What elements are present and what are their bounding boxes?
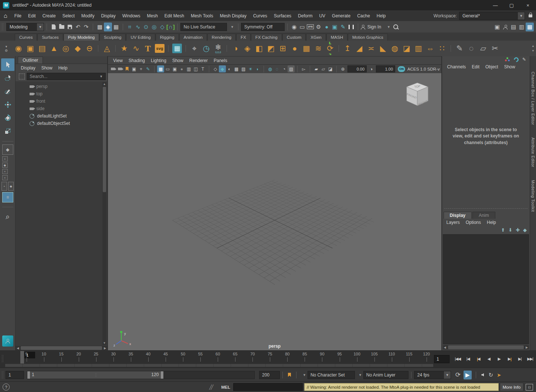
home-icon[interactable]: ⌂	[4, 13, 7, 19]
side-tab-attribute-editor[interactable]: Attribute Editor	[531, 137, 535, 167]
rgb-channels-icon[interactable]	[505, 57, 510, 62]
exposure-field[interactable]: 0.00	[347, 65, 367, 72]
range-start-handle[interactable]	[27, 371, 30, 379]
channel-box-menu-channels[interactable]: Channels	[444, 64, 469, 69]
shelf-tab-curves[interactable]: Curves	[15, 34, 37, 41]
spin-edge-icon[interactable]: ⟳	[324, 42, 336, 55]
grid-icon[interactable]: ▦	[157, 65, 164, 72]
quad-draw-icon[interactable]: ▱	[477, 42, 489, 55]
snap-to-curve-icon[interactable]: ∿	[134, 23, 142, 31]
animation-start-field[interactable]: 1	[6, 371, 24, 379]
chevron-down-icon[interactable]: ▼	[99, 75, 103, 78]
step-forward-frame-button[interactable]: ▶|	[515, 354, 525, 364]
speaker-icon[interactable]	[479, 371, 487, 379]
shelf-tab-motion-graphics[interactable]: Motion Graphics	[348, 34, 388, 41]
color-management-toggle[interactable]: ON	[398, 66, 405, 72]
scrollbar-thumb[interactable]	[103, 87, 106, 192]
layer-tab-anim[interactable]: Anim	[472, 212, 495, 219]
hypershade-icon[interactable]: ●	[323, 23, 331, 31]
layer-menu-options[interactable]: Options	[463, 220, 484, 225]
outliner-tab[interactable]: Outliner	[18, 57, 43, 64]
side-tab-modeling-toolkit[interactable]: Modeling Toolkit	[531, 180, 535, 212]
menu-surfaces[interactable]: Surfaces	[271, 11, 295, 21]
poly-cylinder-icon[interactable]: ▤	[36, 42, 48, 55]
outliner-item-top[interactable]: top	[16, 90, 107, 98]
toggle-channel-box-icon[interactable]: ▦	[526, 23, 534, 31]
poly-cube-icon[interactable]: ▣	[24, 42, 36, 55]
horizontal-scrollbar[interactable]: ◀ ▶	[443, 345, 529, 350]
exposure-icon[interactable]: ⊛	[339, 65, 346, 72]
shelf-scroll-down-icon[interactable]: ▼	[532, 49, 535, 52]
pane-layout-button-0[interactable]: +	[2, 156, 8, 161]
outliner-item-side[interactable]: side	[16, 105, 107, 112]
side-tab-channel-box-layer-editor[interactable]: Channel Box / Layer Editor	[531, 72, 535, 125]
separate-icon[interactable]: ◧	[253, 42, 265, 55]
textured-icon[interactable]: ▩	[233, 65, 240, 72]
poly-plane-icon[interactable]: ◆	[72, 42, 84, 55]
wedge-icon[interactable]: ◪	[401, 42, 413, 55]
menu-create[interactable]: Create	[39, 11, 59, 21]
new-scene-icon[interactable]	[50, 23, 58, 31]
snap-to-projected-center-icon[interactable]: ◎	[150, 23, 158, 31]
select-hierarchy-icon[interactable]: ▩	[96, 23, 104, 31]
help-icon[interactable]: ?	[3, 384, 10, 391]
playback-clip-icon[interactable]: ▶	[464, 371, 472, 379]
motion-blur-icon[interactable]: ◌	[274, 65, 281, 72]
command-language-label[interactable]: MEL	[221, 385, 230, 389]
view-cube[interactable]: TOP FRONT RIGHT	[404, 81, 431, 109]
snap-to-point-icon[interactable]: ⊙	[142, 23, 150, 31]
shelf-tab-rigging[interactable]: Rigging	[156, 34, 179, 41]
shelf-tab-custom[interactable]: Custom	[282, 34, 306, 41]
2d-pan-zoom-icon[interactable]: +	[138, 65, 145, 72]
xray-icon[interactable]: ▧	[288, 65, 295, 72]
set-key-clock-icon[interactable]: ◷	[200, 42, 212, 55]
svg-icon[interactable]: svg	[155, 44, 164, 53]
circularize-icon[interactable]: ◍	[389, 42, 401, 55]
shelf-tab-sculpting[interactable]: Sculpting	[99, 34, 126, 41]
append-facet-icon[interactable]: ◣	[377, 42, 389, 55]
render-settings-icon[interactable]: ⚙	[315, 23, 323, 31]
poly-sphere-icon[interactable]: ◉	[13, 42, 24, 55]
gate-mask-icon[interactable]: ●	[178, 65, 185, 72]
extract-icon[interactable]: ◩	[265, 42, 277, 55]
menu-set-dropdown[interactable]: Modeling ▼	[6, 23, 44, 31]
pane-layout-button-1[interactable]: ◆	[2, 163, 8, 168]
undo-icon[interactable]: ↶	[74, 23, 82, 31]
film-gate-icon[interactable]: ▭	[164, 65, 171, 72]
lights-icon[interactable]: ☀	[247, 65, 254, 72]
boolean-icon[interactable]: ◑	[230, 42, 241, 55]
outliner-item-defaultLightSet[interactable]: defaultLightSet	[16, 112, 107, 120]
poly-cone-icon[interactable]: ▲	[48, 42, 60, 55]
drag-handle[interactable]	[1, 23, 4, 31]
play-forward-button[interactable]: ▶	[494, 354, 504, 364]
edge-flow-icon[interactable]: ≋	[312, 42, 324, 55]
use-default-material-icon[interactable]: ◐	[226, 65, 233, 72]
combine-icon[interactable]: ◈	[241, 42, 253, 55]
scroll-up-icon[interactable]: ▲	[102, 82, 106, 86]
render-view-icon[interactable]: ◉	[290, 23, 298, 31]
shelf-tab-poly-modeling[interactable]: Poly Modeling	[64, 34, 99, 41]
outliner-persp-layout-button[interactable]: ≡	[2, 192, 13, 202]
menu-mesh-display[interactable]: Mesh Display	[217, 11, 250, 21]
shelf-tab-xgen[interactable]: XGen	[306, 34, 326, 41]
render-current-frame-icon[interactable]: ▭	[298, 23, 306, 31]
isolate-select-icon[interactable]: ▻	[300, 65, 307, 72]
snap-to-view-plane-icon[interactable]: ◇	[158, 23, 166, 31]
graph-editor-icon[interactable]: ✎	[522, 57, 526, 62]
layer-menu-layers[interactable]: Layers	[444, 220, 463, 225]
two-pane-layout-button-1[interactable]: ◆	[8, 182, 14, 191]
two-pane-layout-button-0[interactable]: +	[1, 182, 7, 191]
soft-select-icon[interactable]: ◌	[465, 42, 477, 55]
anim-layer-field[interactable]: No Anim Layer	[363, 371, 408, 379]
search-input[interactable]: Search... ▼	[27, 73, 106, 80]
range-slider-track[interactable]: 1 120	[27, 371, 255, 379]
vertical-scrollbar[interactable]: ▲ ▼	[102, 82, 106, 345]
shelf-tab-surfaces[interactable]: Surfaces	[37, 34, 63, 41]
drag-handle[interactable]	[1, 355, 4, 363]
grease-pencil-icon[interactable]: ✎	[145, 65, 152, 72]
duplicate-face-icon[interactable]: ▥	[413, 42, 424, 55]
checkered-icon[interactable]: ▨	[240, 65, 247, 72]
fps-dropdown[interactable]: 24 fps ▼	[414, 371, 451, 379]
go-to-end-button[interactable]: ▶▶|	[525, 354, 535, 364]
viewport-menu-shading[interactable]: Shading	[126, 58, 148, 63]
